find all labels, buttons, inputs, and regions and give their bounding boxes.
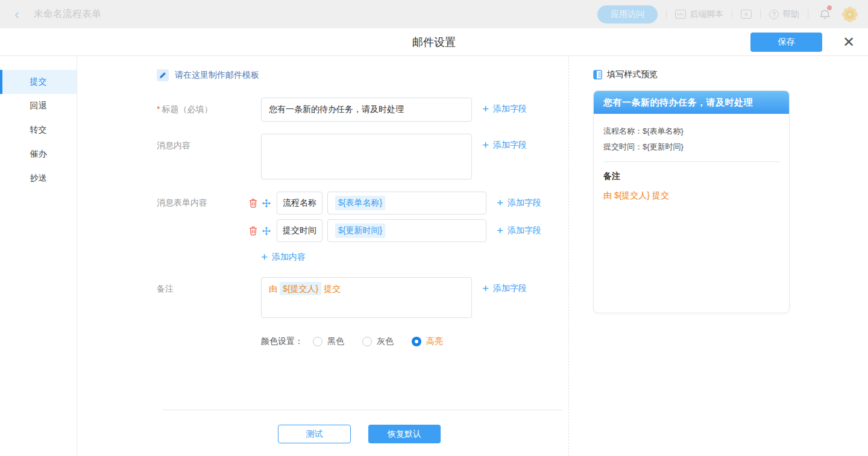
- title-field-row: *标题（必填） + 添加字段: [157, 98, 568, 122]
- token-chip: ${表单名称}: [335, 196, 385, 210]
- add-field-link-message[interactable]: + 添加字段: [482, 134, 527, 151]
- app-topbar: ‹ 未命名流程表单 应用访问 </> 后端脚本 A ? 帮助: [0, 0, 868, 28]
- save-button[interactable]: 保存: [750, 33, 822, 52]
- radio-gray[interactable]: 灰色: [362, 336, 394, 347]
- plus-icon: +: [482, 103, 489, 115]
- delete-row-icon[interactable]: [249, 198, 257, 208]
- question-icon: ?: [769, 10, 779, 19]
- delete-row-icon[interactable]: [249, 226, 257, 236]
- form-content-label: 消息表单内容: [157, 192, 261, 208]
- token-chip: ${提交人}: [280, 282, 321, 295]
- radio-black[interactable]: 黑色: [313, 336, 344, 347]
- help-button[interactable]: ? 帮助: [769, 9, 799, 20]
- avatar-flower-icon: [841, 6, 858, 23]
- add-field-link-title[interactable]: + 添加字段: [482, 98, 527, 115]
- preview-remark-label: 备注: [603, 171, 779, 182]
- radio-icon: [362, 337, 372, 346]
- preview-card-title: 您有一条新的待办任务，请及时处理: [594, 91, 789, 114]
- preview-line-process-name: 流程名称：${表单名称}: [603, 123, 779, 139]
- user-avatar[interactable]: [841, 6, 858, 23]
- field-token-input[interactable]: ${表单名称}: [327, 192, 486, 214]
- topbar-divider: [760, 10, 761, 19]
- remark-field-row: 备注 由${提交人}提交 + 添加字段: [157, 277, 568, 318]
- topbar-divider: [732, 10, 732, 19]
- settings-sidebar: 提交 回退 转交 催办 抄送: [0, 56, 77, 456]
- radio-icon: [313, 337, 322, 346]
- sidebar-item-cc[interactable]: 抄送: [0, 166, 77, 190]
- app-access-button[interactable]: 应用访问: [597, 5, 658, 23]
- add-field-link-remark[interactable]: + 添加字段: [482, 277, 527, 295]
- field-name-input[interactable]: [277, 192, 322, 214]
- page-title: 邮件设置: [0, 28, 868, 56]
- plus-icon: +: [497, 225, 503, 237]
- token-chip: ${更新时间}: [335, 223, 385, 238]
- pencil-icon: [157, 69, 169, 81]
- contact-card-icon: A: [741, 10, 752, 19]
- message-content-textarea[interactable]: [261, 134, 472, 180]
- preview-doc-icon: [593, 70, 602, 80]
- add-field-link-row-1[interactable]: + 添加字段: [497, 197, 541, 209]
- test-button[interactable]: 测试: [278, 425, 351, 443]
- radio-icon: [412, 337, 421, 346]
- form-content-row-2: ${更新时间} + 添加字段: [249, 219, 541, 242]
- contact-card-button[interactable]: A: [741, 10, 752, 19]
- topbar-divider: [808, 10, 808, 19]
- footer-buttons: 测试 恢复默认: [157, 425, 562, 443]
- plus-icon: +: [482, 283, 489, 295]
- form-content-row-1: ${表单名称} + 添加字段: [249, 192, 541, 214]
- mail-template-form: 请在这里制作邮件模板 *标题（必填） + 添加字段 消息内容 + 添加字段 消息…: [77, 56, 568, 456]
- restore-default-button[interactable]: 恢复默认: [368, 425, 441, 443]
- required-asterisk: *: [157, 104, 160, 114]
- sidebar-item-return[interactable]: 回退: [0, 94, 77, 118]
- backend-script-button[interactable]: </> 后端脚本: [675, 9, 723, 20]
- plus-icon: +: [482, 139, 489, 151]
- sidebar-item-urge[interactable]: 催办: [0, 142, 77, 166]
- sidebar-item-transfer[interactable]: 转交: [0, 118, 77, 142]
- message-field-row: 消息内容 + 添加字段: [157, 134, 568, 180]
- preview-divider: [603, 161, 779, 162]
- title-field-label: *标题（必填）: [157, 98, 261, 115]
- mail-preview-card: 您有一条新的待办任务，请及时处理 流程名称：${表单名称} 提交时间：${更新时…: [593, 90, 790, 313]
- radio-highlight[interactable]: 高亮: [412, 336, 443, 347]
- add-field-link-row-2[interactable]: + 添加字段: [497, 225, 541, 237]
- plus-icon: +: [261, 251, 268, 263]
- back-chevron-icon[interactable]: ‹: [14, 7, 19, 22]
- field-token-input[interactable]: ${更新时间}: [327, 219, 486, 242]
- preview-remark-value: 由 ${提交人} 提交: [603, 190, 779, 201]
- title-input[interactable]: [261, 98, 472, 122]
- preview-title: 填写样式预览: [607, 69, 658, 80]
- form-content-section: 消息表单内容: [157, 192, 568, 277]
- notification-bell-button[interactable]: [819, 7, 831, 22]
- color-setting-label: 颜色设置：: [261, 336, 303, 347]
- preview-panel: 填写样式预览 您有一条新的待办任务，请及时处理 流程名称：${表单名称} 提交时…: [568, 56, 868, 456]
- message-field-label: 消息内容: [157, 134, 261, 151]
- preview-line-submit-time: 提交时间：${更新时间}: [603, 139, 779, 155]
- workflow-form-title: 未命名流程表单: [34, 8, 101, 20]
- topbar-divider: [666, 10, 667, 19]
- add-content-link[interactable]: + 添加内容: [261, 251, 541, 263]
- drag-move-icon[interactable]: [262, 199, 271, 208]
- code-icon: </>: [675, 10, 686, 19]
- sidebar-item-submit[interactable]: 提交: [0, 70, 77, 94]
- template-header: 请在这里制作邮件模板: [157, 69, 568, 81]
- mail-settings-header: 邮件设置 保存 ✕: [0, 28, 868, 56]
- remark-field-label: 备注: [157, 277, 261, 295]
- plus-icon: +: [497, 197, 503, 209]
- help-label: 帮助: [782, 9, 799, 20]
- footer-divider: [163, 410, 562, 410]
- color-setting-row: 颜色设置： 黑色 灰色 高亮: [157, 336, 568, 347]
- backend-script-label: 后端脚本: [690, 9, 723, 20]
- drag-move-icon[interactable]: [262, 226, 271, 236]
- close-icon[interactable]: ✕: [843, 33, 855, 51]
- field-name-input[interactable]: [277, 219, 322, 242]
- notification-dot: [827, 5, 832, 10]
- remark-editor[interactable]: 由${提交人}提交: [261, 277, 472, 318]
- template-header-text: 请在这里制作邮件模板: [175, 70, 259, 81]
